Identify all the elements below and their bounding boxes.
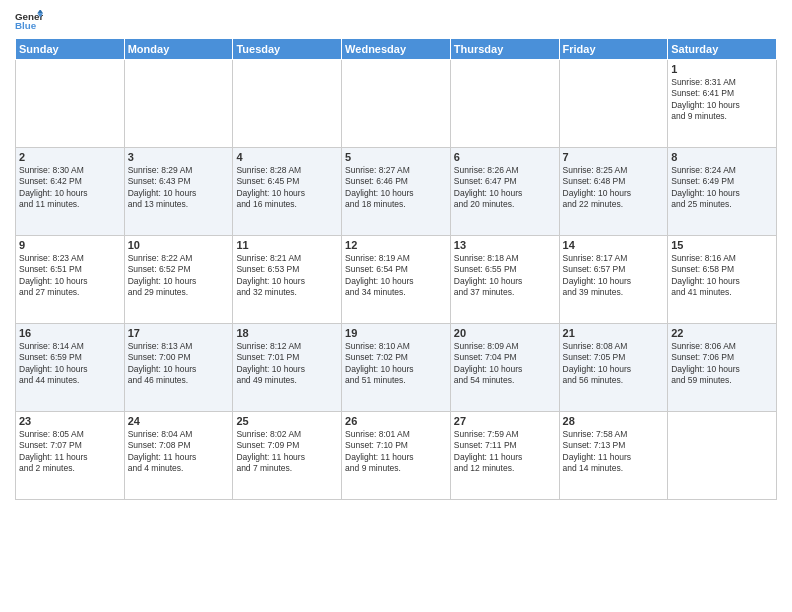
day-cell: 4Sunrise: 8:28 AM Sunset: 6:45 PM Daylig…: [233, 148, 342, 236]
day-number: 8: [671, 151, 773, 163]
day-number: 4: [236, 151, 338, 163]
day-number: 20: [454, 327, 556, 339]
day-cell: 16Sunrise: 8:14 AM Sunset: 6:59 PM Dayli…: [16, 324, 125, 412]
weekday-thursday: Thursday: [450, 39, 559, 60]
day-cell: 2Sunrise: 8:30 AM Sunset: 6:42 PM Daylig…: [16, 148, 125, 236]
day-number: 6: [454, 151, 556, 163]
day-info: Sunrise: 8:13 AM Sunset: 7:00 PM Dayligh…: [128, 341, 230, 387]
day-info: Sunrise: 8:19 AM Sunset: 6:54 PM Dayligh…: [345, 253, 447, 299]
day-info: Sunrise: 8:31 AM Sunset: 6:41 PM Dayligh…: [671, 77, 773, 123]
day-cell: [668, 412, 777, 500]
day-number: 9: [19, 239, 121, 251]
day-info: Sunrise: 8:18 AM Sunset: 6:55 PM Dayligh…: [454, 253, 556, 299]
day-info: Sunrise: 8:10 AM Sunset: 7:02 PM Dayligh…: [345, 341, 447, 387]
day-info: Sunrise: 8:24 AM Sunset: 6:49 PM Dayligh…: [671, 165, 773, 211]
day-number: 17: [128, 327, 230, 339]
week-row-2: 2Sunrise: 8:30 AM Sunset: 6:42 PM Daylig…: [16, 148, 777, 236]
day-number: 13: [454, 239, 556, 251]
day-info: Sunrise: 8:25 AM Sunset: 6:48 PM Dayligh…: [563, 165, 665, 211]
day-cell: 26Sunrise: 8:01 AM Sunset: 7:10 PM Dayli…: [342, 412, 451, 500]
day-number: 11: [236, 239, 338, 251]
day-cell: 14Sunrise: 8:17 AM Sunset: 6:57 PM Dayli…: [559, 236, 668, 324]
day-info: Sunrise: 8:21 AM Sunset: 6:53 PM Dayligh…: [236, 253, 338, 299]
day-info: Sunrise: 8:28 AM Sunset: 6:45 PM Dayligh…: [236, 165, 338, 211]
day-number: 5: [345, 151, 447, 163]
day-info: Sunrise: 8:23 AM Sunset: 6:51 PM Dayligh…: [19, 253, 121, 299]
day-number: 12: [345, 239, 447, 251]
day-info: Sunrise: 8:12 AM Sunset: 7:01 PM Dayligh…: [236, 341, 338, 387]
day-cell: 20Sunrise: 8:09 AM Sunset: 7:04 PM Dayli…: [450, 324, 559, 412]
day-info: Sunrise: 8:26 AM Sunset: 6:47 PM Dayligh…: [454, 165, 556, 211]
day-cell: 1Sunrise: 8:31 AM Sunset: 6:41 PM Daylig…: [668, 60, 777, 148]
day-info: Sunrise: 8:09 AM Sunset: 7:04 PM Dayligh…: [454, 341, 556, 387]
day-number: 21: [563, 327, 665, 339]
day-number: 2: [19, 151, 121, 163]
day-cell: 25Sunrise: 8:02 AM Sunset: 7:09 PM Dayli…: [233, 412, 342, 500]
day-info: Sunrise: 8:29 AM Sunset: 6:43 PM Dayligh…: [128, 165, 230, 211]
calendar-table: SundayMondayTuesdayWednesdayThursdayFrid…: [15, 38, 777, 500]
day-info: Sunrise: 8:02 AM Sunset: 7:09 PM Dayligh…: [236, 429, 338, 475]
weekday-saturday: Saturday: [668, 39, 777, 60]
day-number: 27: [454, 415, 556, 427]
day-number: 3: [128, 151, 230, 163]
week-row-1: 1Sunrise: 8:31 AM Sunset: 6:41 PM Daylig…: [16, 60, 777, 148]
day-cell: [233, 60, 342, 148]
page: General Blue SundayMondayTuesdayWednesda…: [0, 0, 792, 612]
day-info: Sunrise: 8:06 AM Sunset: 7:06 PM Dayligh…: [671, 341, 773, 387]
day-number: 28: [563, 415, 665, 427]
day-info: Sunrise: 8:04 AM Sunset: 7:08 PM Dayligh…: [128, 429, 230, 475]
day-cell: [16, 60, 125, 148]
day-cell: [124, 60, 233, 148]
week-row-5: 23Sunrise: 8:05 AM Sunset: 7:07 PM Dayli…: [16, 412, 777, 500]
day-number: 19: [345, 327, 447, 339]
day-info: Sunrise: 7:59 AM Sunset: 7:11 PM Dayligh…: [454, 429, 556, 475]
day-number: 26: [345, 415, 447, 427]
day-cell: [342, 60, 451, 148]
day-cell: 11Sunrise: 8:21 AM Sunset: 6:53 PM Dayli…: [233, 236, 342, 324]
day-number: 15: [671, 239, 773, 251]
day-cell: 8Sunrise: 8:24 AM Sunset: 6:49 PM Daylig…: [668, 148, 777, 236]
day-number: 25: [236, 415, 338, 427]
day-cell: 9Sunrise: 8:23 AM Sunset: 6:51 PM Daylig…: [16, 236, 125, 324]
day-cell: 12Sunrise: 8:19 AM Sunset: 6:54 PM Dayli…: [342, 236, 451, 324]
day-cell: 7Sunrise: 8:25 AM Sunset: 6:48 PM Daylig…: [559, 148, 668, 236]
day-cell: 13Sunrise: 8:18 AM Sunset: 6:55 PM Dayli…: [450, 236, 559, 324]
day-cell: [450, 60, 559, 148]
day-number: 14: [563, 239, 665, 251]
weekday-monday: Monday: [124, 39, 233, 60]
day-cell: 21Sunrise: 8:08 AM Sunset: 7:05 PM Dayli…: [559, 324, 668, 412]
day-cell: 6Sunrise: 8:26 AM Sunset: 6:47 PM Daylig…: [450, 148, 559, 236]
day-number: 24: [128, 415, 230, 427]
day-info: Sunrise: 8:22 AM Sunset: 6:52 PM Dayligh…: [128, 253, 230, 299]
day-number: 10: [128, 239, 230, 251]
weekday-friday: Friday: [559, 39, 668, 60]
day-info: Sunrise: 8:14 AM Sunset: 6:59 PM Dayligh…: [19, 341, 121, 387]
day-info: Sunrise: 8:01 AM Sunset: 7:10 PM Dayligh…: [345, 429, 447, 475]
day-cell: 22Sunrise: 8:06 AM Sunset: 7:06 PM Dayli…: [668, 324, 777, 412]
day-number: 16: [19, 327, 121, 339]
day-cell: 19Sunrise: 8:10 AM Sunset: 7:02 PM Dayli…: [342, 324, 451, 412]
day-number: 23: [19, 415, 121, 427]
day-number: 18: [236, 327, 338, 339]
day-info: Sunrise: 8:27 AM Sunset: 6:46 PM Dayligh…: [345, 165, 447, 211]
day-info: Sunrise: 8:30 AM Sunset: 6:42 PM Dayligh…: [19, 165, 121, 211]
day-cell: [559, 60, 668, 148]
day-info: Sunrise: 8:05 AM Sunset: 7:07 PM Dayligh…: [19, 429, 121, 475]
header: General Blue: [15, 10, 777, 32]
day-cell: 18Sunrise: 8:12 AM Sunset: 7:01 PM Dayli…: [233, 324, 342, 412]
day-cell: 27Sunrise: 7:59 AM Sunset: 7:11 PM Dayli…: [450, 412, 559, 500]
day-cell: 5Sunrise: 8:27 AM Sunset: 6:46 PM Daylig…: [342, 148, 451, 236]
day-number: 1: [671, 63, 773, 75]
weekday-header-row: SundayMondayTuesdayWednesdayThursdayFrid…: [16, 39, 777, 60]
day-cell: 15Sunrise: 8:16 AM Sunset: 6:58 PM Dayli…: [668, 236, 777, 324]
weekday-tuesday: Tuesday: [233, 39, 342, 60]
logo-icon: General Blue: [15, 10, 43, 32]
day-info: Sunrise: 8:17 AM Sunset: 6:57 PM Dayligh…: [563, 253, 665, 299]
day-info: Sunrise: 8:08 AM Sunset: 7:05 PM Dayligh…: [563, 341, 665, 387]
week-row-3: 9Sunrise: 8:23 AM Sunset: 6:51 PM Daylig…: [16, 236, 777, 324]
day-cell: 17Sunrise: 8:13 AM Sunset: 7:00 PM Dayli…: [124, 324, 233, 412]
day-info: Sunrise: 8:16 AM Sunset: 6:58 PM Dayligh…: [671, 253, 773, 299]
day-cell: 10Sunrise: 8:22 AM Sunset: 6:52 PM Dayli…: [124, 236, 233, 324]
day-info: Sunrise: 7:58 AM Sunset: 7:13 PM Dayligh…: [563, 429, 665, 475]
weekday-sunday: Sunday: [16, 39, 125, 60]
